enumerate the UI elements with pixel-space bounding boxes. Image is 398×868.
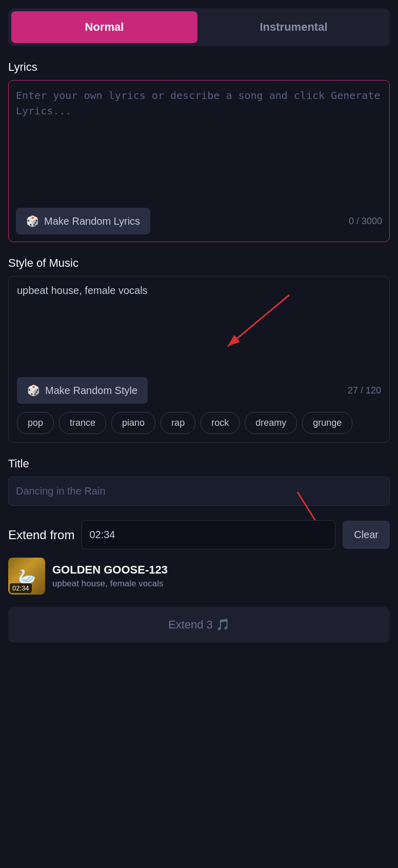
- title-section: Title: [8, 457, 390, 506]
- style-dice-icon: 🎲: [27, 384, 40, 397]
- make-random-lyrics-label: Make Random Lyrics: [44, 215, 140, 227]
- style-tag-chip[interactable]: grunge: [302, 412, 352, 434]
- style-tags-row: poptrancepianoraprockdreamygrunge: [17, 412, 381, 434]
- style-input-area: upbeat house, female vocals: [17, 285, 381, 377]
- style-wrapper: upbeat house, female vocals 🎲 Make Rando…: [8, 276, 390, 443]
- style-text-value: upbeat house, female vocals: [17, 285, 381, 297]
- mode-toggle: Normal Instrumental: [8, 8, 390, 46]
- extend-submit-label: Extend 3 🎵: [168, 618, 230, 632]
- dice-icon: 🎲: [26, 215, 39, 227]
- extend-row: Extend from Clear: [8, 520, 390, 549]
- style-char-count: 27 / 120: [348, 385, 381, 396]
- svg-line-1: [228, 295, 289, 346]
- lyrics-char-count: 0 / 3000: [349, 216, 382, 227]
- style-footer: 🎲 Make Random Style 27 / 120: [17, 377, 381, 404]
- extend-wrapper: Extend from Clear: [8, 520, 390, 549]
- lyrics-footer: 🎲 Make Random Lyrics 0 / 3000: [16, 208, 382, 234]
- extend-time-input[interactable]: [82, 520, 335, 549]
- lyrics-section-label: Lyrics: [8, 61, 390, 74]
- make-random-style-label: Make Random Style: [45, 385, 137, 397]
- song-item: 🦢 02:34 GOLDEN GOOSE-123 upbeat house, f…: [8, 558, 390, 595]
- song-time-badge: 02:34: [10, 583, 32, 593]
- clear-button[interactable]: Clear: [343, 521, 390, 549]
- make-random-style-button[interactable]: 🎲 Make Random Style: [17, 377, 148, 404]
- normal-mode-button[interactable]: Normal: [11, 11, 197, 43]
- song-info: GOLDEN GOOSE-123 upbeat house, female vo…: [52, 563, 390, 589]
- song-subtitle: upbeat house, female vocals: [52, 579, 390, 589]
- instrumental-mode-button[interactable]: Instrumental: [201, 11, 387, 43]
- song-title: GOLDEN GOOSE-123: [52, 563, 390, 577]
- lyrics-textarea[interactable]: [16, 88, 382, 201]
- red-arrow-annotation: [217, 290, 300, 357]
- lyrics-container: 🎲 Make Random Lyrics 0 / 3000: [8, 80, 390, 242]
- style-tag-chip[interactable]: rock: [201, 412, 240, 434]
- style-tag-chip[interactable]: pop: [17, 412, 54, 434]
- extend-submit-button[interactable]: Extend 3 🎵: [8, 607, 390, 643]
- style-section-label: Style of Music: [8, 257, 390, 270]
- make-random-lyrics-button[interactable]: 🎲 Make Random Lyrics: [16, 208, 150, 234]
- style-tag-chip[interactable]: piano: [111, 412, 155, 434]
- style-container: upbeat house, female vocals 🎲 Make Rando…: [8, 276, 390, 443]
- style-tag-chip[interactable]: trance: [59, 412, 106, 434]
- extend-from-label: Extend from: [8, 528, 74, 542]
- song-thumbnail: 🦢 02:34: [8, 558, 45, 595]
- title-section-label: Title: [8, 457, 390, 470]
- style-tag-chip[interactable]: rap: [161, 412, 195, 434]
- style-tag-chip[interactable]: dreamy: [245, 412, 297, 434]
- title-input[interactable]: [8, 477, 390, 506]
